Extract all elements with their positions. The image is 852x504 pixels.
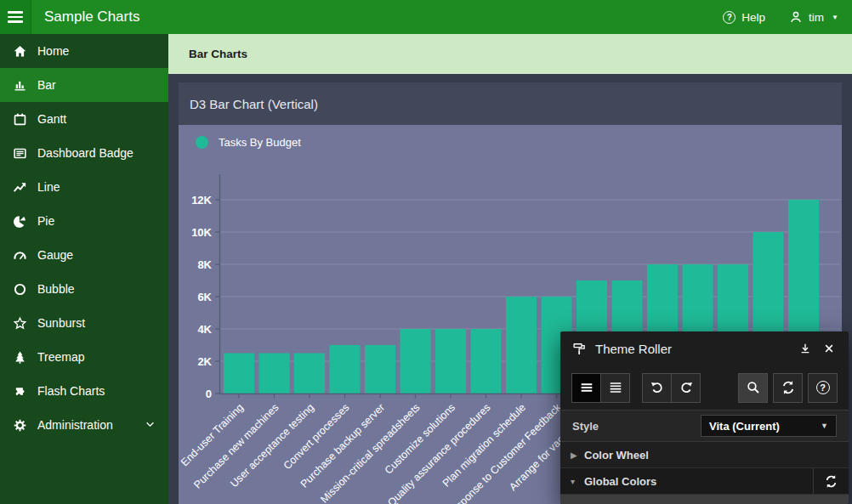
style-select-value: Vita (Current): [709, 420, 780, 433]
person-icon: [789, 10, 803, 24]
theme-roller-header[interactable]: Theme Roller: [560, 331, 849, 365]
help-circle-button[interactable]: ?: [808, 373, 838, 403]
sidebar-item-pie[interactable]: Pie: [0, 204, 168, 238]
sidebar-item-gantt[interactable]: Gantt: [0, 102, 168, 136]
user-name: tim: [809, 11, 824, 24]
reset-colors-button[interactable]: [813, 468, 849, 494]
paint-roller-icon: [572, 342, 587, 356]
sidebar-item-dashboard-badge[interactable]: Dashboard Badge: [0, 136, 168, 170]
caret-right-icon: ▶: [571, 450, 584, 460]
caret-down-icon: ▼: [832, 14, 838, 21]
help-label: Help: [741, 11, 765, 24]
bar[interactable]: [435, 329, 466, 394]
close-button[interactable]: [821, 341, 837, 356]
question-icon: ?: [816, 381, 830, 394]
hamburger-icon: [8, 11, 23, 23]
user-menu[interactable]: tim ▼: [789, 10, 838, 24]
help-icon: ?: [723, 11, 736, 24]
chart-legend[interactable]: Tasks By Budget: [196, 136, 301, 149]
section-color-wheel-label: Color Wheel: [584, 449, 649, 462]
sidebar-item-bubble[interactable]: Bubble: [0, 272, 168, 306]
section-global-colors[interactable]: ▾ Global Colors: [560, 468, 849, 495]
x-axis-label: End-user Training: [179, 401, 246, 468]
search-button[interactable]: [738, 373, 768, 403]
x-axis-label: Convert processes: [281, 401, 352, 472]
section-global-colors-label: Global Colors: [584, 475, 656, 488]
puzzle-icon: [12, 383, 28, 399]
bubble-icon: [12, 281, 28, 297]
comfortable-spacing-button[interactable]: [600, 373, 630, 403]
sidebar-item-home[interactable]: Home: [0, 34, 168, 68]
sidebar-item-flash-charts[interactable]: Flash Charts: [0, 374, 168, 408]
refresh-button[interactable]: [773, 373, 803, 403]
style-label: Style: [572, 420, 599, 433]
y-tick-label: 10K: [191, 226, 212, 239]
help-button[interactable]: ? Help: [723, 11, 765, 24]
bar[interactable]: [506, 297, 537, 394]
sidebar-item-gauge[interactable]: Gauge: [0, 238, 168, 272]
calendar-icon: [12, 111, 28, 127]
y-tick-label: 0: [206, 388, 212, 400]
sidebar-item-line[interactable]: Line: [0, 170, 168, 204]
bar[interactable]: [259, 354, 290, 394]
theme-roller-toolbar: ?: [560, 365, 849, 410]
menu-button[interactable]: [0, 0, 31, 34]
line-chart-icon: [12, 179, 28, 195]
panel-footer-strip: [560, 495, 849, 504]
compact-spacing-button[interactable]: [571, 373, 601, 403]
breadcrumb-bar: Bar Charts: [168, 34, 852, 74]
section-color-wheel[interactable]: ▶ Color Wheel: [560, 442, 849, 468]
gear-icon: [12, 417, 28, 433]
sidebar-item-administration[interactable]: Administration: [0, 408, 168, 442]
y-tick-label: 8K: [197, 258, 212, 271]
sidebar-item-bar[interactable]: Bar: [0, 68, 168, 102]
app-title: Sample Charts: [44, 8, 139, 25]
bar[interactable]: [471, 329, 502, 394]
bar[interactable]: [400, 329, 431, 394]
chevron-down-icon: [145, 419, 156, 431]
theme-roller-panel: Theme Roller ? Style Vita (Current) ▼ ▶ …: [560, 331, 849, 504]
home-icon: [12, 43, 28, 59]
theme-roller-title: Theme Roller: [595, 342, 789, 356]
select-caret-icon: ▼: [821, 422, 828, 430]
sidebar-item-sunburst[interactable]: Sunburst: [0, 306, 168, 340]
style-select[interactable]: Vita (Current) ▼: [701, 415, 837, 437]
tree-icon: [12, 349, 28, 365]
legend-label: Tasks By Budget: [219, 136, 301, 149]
bar[interactable]: [294, 354, 325, 394]
star-icon: [12, 315, 28, 331]
top-bar: Sample Charts ? Help tim ▼: [0, 0, 852, 34]
page-title: Bar Charts: [189, 48, 247, 60]
bar[interactable]: [224, 354, 254, 394]
bar[interactable]: [365, 345, 395, 394]
y-tick-label: 2K: [197, 355, 212, 368]
y-tick-label: 12K: [191, 194, 212, 207]
sidebar-item-treemap[interactable]: Treemap: [0, 340, 168, 374]
chart-card-header: D3 Bar Chart (Vertical): [179, 82, 842, 125]
sidebar: Home Bar Gantt Dashboard Badge Line Pie …: [0, 34, 168, 504]
undo-button[interactable]: [642, 373, 672, 403]
y-tick-label: 4K: [197, 323, 212, 336]
legend-dot: [196, 136, 208, 149]
gauge-icon: [12, 247, 28, 263]
bar[interactable]: [330, 345, 361, 394]
y-tick-label: 6K: [197, 291, 212, 303]
pie-chart-icon: [12, 213, 28, 229]
download-button[interactable]: [798, 341, 813, 356]
bar-chart-icon: [12, 77, 28, 93]
chart-card-title: D3 Bar Chart (Vertical): [190, 97, 318, 111]
redo-button[interactable]: [671, 373, 701, 403]
style-row: Style Vita (Current) ▼: [560, 410, 849, 442]
caret-down-small-icon: ▾: [571, 477, 584, 486]
badge-list-icon: [12, 145, 28, 161]
